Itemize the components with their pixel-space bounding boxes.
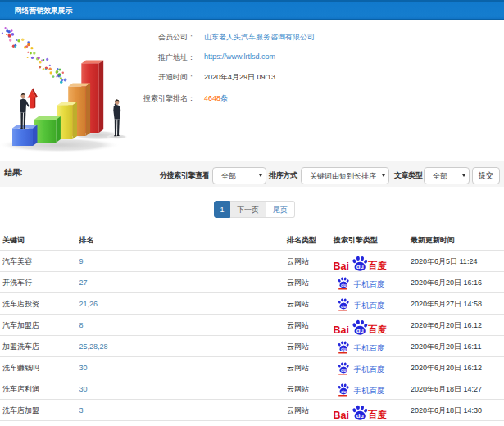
svg-text:Bai: Bai <box>334 261 349 271</box>
svg-text:百度: 百度 <box>367 410 387 419</box>
svg-text:百度: 百度 <box>367 261 387 270</box>
svg-text:Bai: Bai <box>334 324 349 335</box>
svg-text:百度: 百度 <box>367 324 387 334</box>
svg-text:手机百度: 手机百度 <box>354 301 385 310</box>
svg-text:手机百度: 手机百度 <box>354 279 385 288</box>
svg-text:手机百度: 手机百度 <box>354 386 385 395</box>
svg-text:手机百度: 手机百度 <box>354 365 385 374</box>
svg-text:手机百度: 手机百度 <box>354 343 385 352</box>
svg-text:Bai: Bai <box>334 410 349 420</box>
